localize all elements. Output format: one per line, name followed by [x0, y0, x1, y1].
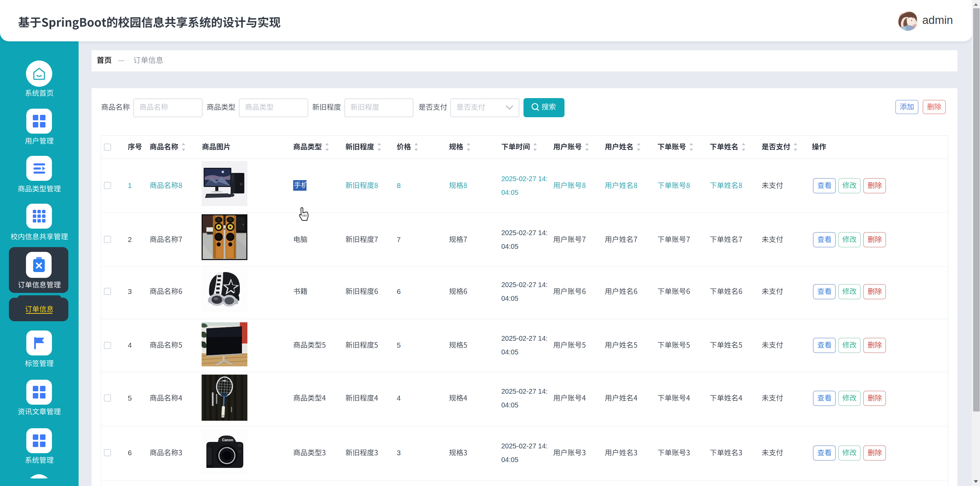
svg-text:Canon: Canon — [222, 438, 233, 442]
